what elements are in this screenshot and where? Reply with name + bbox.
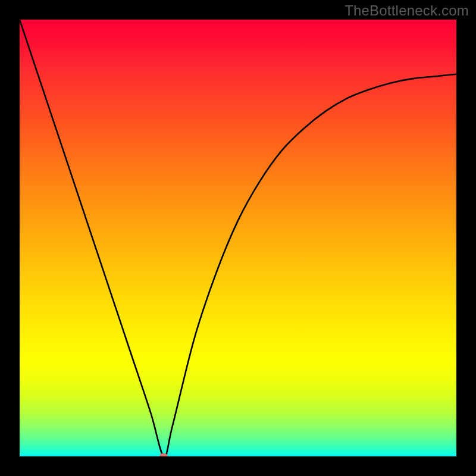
chart-frame: TheBottleneck.com [0,0,476,476]
plot-area [20,20,456,456]
optimum-marker [159,453,168,456]
bottleneck-curve [20,20,456,456]
watermark-text: TheBottleneck.com [345,2,469,19]
